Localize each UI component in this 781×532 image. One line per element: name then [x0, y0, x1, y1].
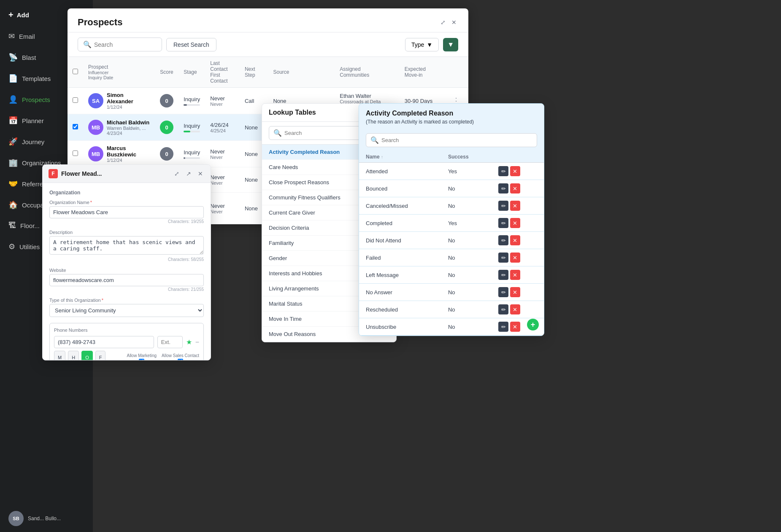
- phone-ext-input[interactable]: [157, 336, 183, 348]
- delete-button[interactable]: ✕: [510, 183, 520, 193]
- reason-name: Did Not Attend: [359, 232, 441, 249]
- activity-reason-subtitle: (The reason an Activity is marked as com…: [359, 119, 544, 130]
- add-reason-button[interactable]: +: [527, 319, 539, 330]
- edit-button[interactable]: ✏: [498, 270, 508, 280]
- activity-search-box[interactable]: 🔍: [366, 133, 537, 147]
- planner-icon: 📅: [8, 116, 18, 125]
- utilities-icon: ⚙: [8, 242, 15, 251]
- resize-icon[interactable]: ⤢: [173, 169, 181, 178]
- edit-button[interactable]: ✏: [498, 253, 508, 263]
- window-controls: ⤢ ↗ ✕: [173, 169, 205, 178]
- last-contact: Never: [210, 95, 235, 102]
- chevron-down-icon: ▼: [427, 41, 432, 48]
- reason-success: No: [441, 180, 492, 197]
- type-filter-button[interactable]: Type ▼: [405, 38, 439, 51]
- col-source: Source: [268, 57, 335, 88]
- edit-button[interactable]: ✏: [498, 183, 508, 193]
- reason-success: No: [441, 284, 492, 301]
- close-popup-icon[interactable]: ✕: [196, 169, 205, 178]
- delete-button[interactable]: ✕: [510, 322, 520, 332]
- phone-type-buttons: M H O F Allow Marketing Allow Sales Cont…: [54, 351, 199, 360]
- table-row[interactable]: No Answer No ✏ ✕: [359, 284, 544, 301]
- flower-meadows-popup: F Flower Mead... ⤢ ↗ ✕ Organization Orga…: [42, 164, 211, 360]
- edit-button[interactable]: ✏: [498, 235, 508, 245]
- select-all-checkbox[interactable]: [73, 69, 78, 74]
- delete-button[interactable]: ✕: [510, 235, 520, 245]
- phone-remove-icon[interactable]: −: [195, 339, 199, 346]
- reason-name: Completed: [359, 215, 441, 232]
- prospects-search-box[interactable]: 🔍: [78, 38, 162, 51]
- delete-button[interactable]: ✕: [510, 304, 520, 314]
- col-score: Score: [155, 57, 178, 88]
- table-row[interactable]: Canceled/Missed No ✏ ✕: [359, 197, 544, 215]
- org-name-input[interactable]: [49, 206, 204, 218]
- phone-star-icon[interactable]: ★: [186, 338, 192, 346]
- edit-button[interactable]: ✏: [498, 166, 508, 176]
- edit-button[interactable]: ✏: [498, 201, 508, 211]
- delete-button[interactable]: ✕: [510, 253, 520, 263]
- filter-icon-button[interactable]: ▼: [443, 38, 458, 51]
- delete-button[interactable]: ✕: [510, 287, 520, 297]
- table-row[interactable]: Unsubscribe No ✏ ✕: [359, 318, 544, 336]
- occupancy-icon: 🏠: [8, 200, 18, 210]
- sidebar-item-user[interactable]: SB Sand... Bullo...: [0, 505, 93, 532]
- type-select[interactable]: Senior Living Community: [49, 304, 204, 317]
- flower-icon: F: [49, 169, 58, 178]
- delete-button[interactable]: ✕: [510, 218, 520, 228]
- table-row[interactable]: Attended Yes ✏ ✕: [359, 163, 544, 180]
- phone-type-h[interactable]: H: [68, 351, 79, 360]
- table-row[interactable]: Bounced No ✏ ✕: [359, 180, 544, 197]
- phone-type-m[interactable]: M: [54, 351, 65, 360]
- prospect-name: Marcus Buszkiewic: [107, 145, 150, 158]
- table-row[interactable]: Left Message No ✏ ✕: [359, 266, 544, 284]
- desc-input[interactable]: A retirement home that has scenic views …: [49, 236, 204, 255]
- table-row[interactable]: Completed Yes ✏ ✕: [359, 215, 544, 232]
- col-last-contact: Last Contact First Contact: [205, 57, 240, 88]
- row-checkbox[interactable]: [73, 97, 78, 103]
- reason-name: No Answer: [359, 284, 441, 301]
- allow-sales-checkbox[interactable]: [178, 359, 183, 360]
- allow-marketing-checkbox[interactable]: [139, 359, 144, 360]
- sidebar-label-prospects: Prospects: [22, 96, 50, 103]
- delete-button[interactable]: ✕: [510, 166, 520, 176]
- avatar: MB: [88, 120, 103, 135]
- search-input[interactable]: [94, 41, 153, 48]
- col-name: Name ↑: [359, 151, 441, 163]
- activity-reason-popup: Activity Completed Reason (The reason an…: [359, 103, 544, 336]
- reason-success: No: [441, 266, 492, 284]
- assigned-name: Ethan Walter: [340, 93, 395, 99]
- row-checkbox[interactable]: [73, 150, 78, 156]
- close-icon[interactable]: ✕: [450, 18, 458, 27]
- delete-button[interactable]: ✕: [510, 201, 520, 211]
- reason-success: No: [441, 249, 492, 266]
- edit-button[interactable]: ✏: [498, 322, 508, 332]
- activity-search-input[interactable]: [381, 137, 532, 143]
- sidebar-label-utilities: Utilities: [19, 243, 40, 250]
- prospects-title: Prospects: [78, 17, 122, 28]
- first-contact: 4/25/24: [210, 128, 235, 133]
- expand-icon[interactable]: ↗: [184, 169, 193, 178]
- delete-button[interactable]: ✕: [510, 270, 520, 280]
- phone-input[interactable]: [54, 336, 154, 348]
- row-checkbox[interactable]: [73, 124, 78, 129]
- expand-icon[interactable]: ⤢: [439, 18, 447, 27]
- col-next-step: Next Step: [240, 57, 268, 88]
- phone-type-o[interactable]: O: [81, 351, 93, 360]
- edit-button[interactable]: ✏: [498, 304, 508, 314]
- edit-button[interactable]: ✏: [498, 218, 508, 228]
- reason-success: No: [441, 301, 492, 318]
- reset-search-button[interactable]: Reset Search: [166, 38, 216, 51]
- reason-name: Left Message: [359, 266, 441, 284]
- website-section: Website Characters: 21/255: [49, 268, 204, 292]
- phone-type-f[interactable]: F: [95, 351, 106, 360]
- website-input[interactable]: [49, 274, 204, 286]
- table-row[interactable]: Did Not Attend No ✏ ✕: [359, 232, 544, 249]
- last-contact: Never: [210, 174, 235, 180]
- prospect-sub: Warren Baldwin, ...: [107, 126, 149, 131]
- last-contact: Never: [210, 203, 235, 209]
- edit-button[interactable]: ✏: [498, 287, 508, 297]
- reason-name: Canceled/Missed: [359, 197, 441, 215]
- sidebar-label-user: Sand... Bullo...: [28, 516, 61, 521]
- table-row[interactable]: Rescheduled No ✏ ✕: [359, 301, 544, 318]
- table-row[interactable]: Failed No ✏ ✕: [359, 249, 544, 266]
